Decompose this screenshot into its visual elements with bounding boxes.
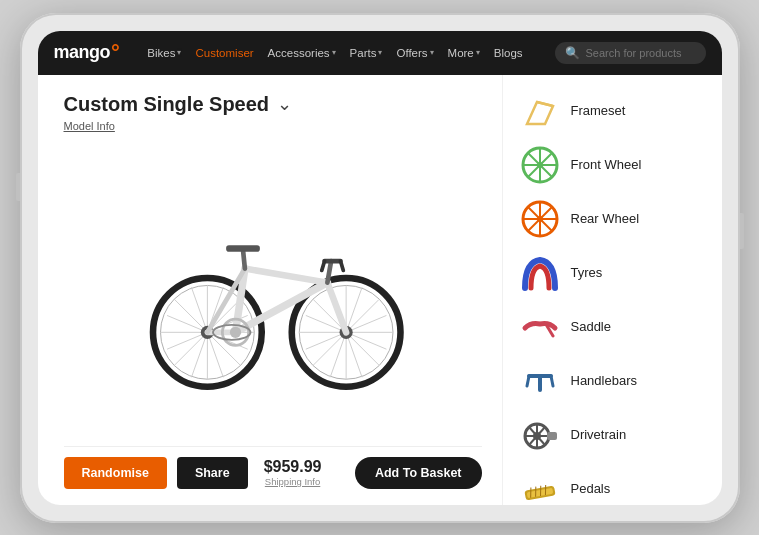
logo-accent: °	[111, 40, 119, 66]
chevron-down-icon-accessories: ▾	[332, 48, 336, 57]
handlebars-icon	[519, 360, 561, 402]
tyres-label: Tyres	[571, 265, 603, 280]
front-wheel-label: Front Wheel	[571, 157, 642, 172]
bottom-bar: Randomise Share $959.99 Shipping Info Ad…	[64, 446, 482, 489]
front-wheel-icon	[519, 144, 561, 186]
svg-line-53	[527, 376, 529, 386]
search-bar[interactable]: 🔍	[555, 42, 706, 64]
svg-rect-31	[226, 245, 260, 252]
nav-item-more[interactable]: More ▾	[442, 43, 486, 63]
search-input[interactable]	[586, 47, 696, 59]
saddle-icon	[519, 306, 561, 348]
pedals-icon	[519, 468, 561, 505]
component-item-tyres[interactable]: Tyres	[513, 247, 706, 299]
svg-line-54	[551, 376, 553, 386]
price: $959.99	[264, 458, 322, 476]
frameset-label: Frameset	[571, 103, 626, 118]
svg-line-35	[340, 261, 343, 270]
component-item-frameset[interactable]: Frameset	[513, 85, 706, 137]
svg-rect-62	[547, 432, 557, 440]
component-item-front-wheel[interactable]: Front Wheel	[513, 139, 706, 191]
svg-line-30	[243, 249, 245, 268]
nav-label-blogs: Blogs	[494, 47, 523, 59]
component-item-pedals[interactable]: Pedals	[513, 463, 706, 505]
bike-image	[123, 192, 423, 392]
svg-line-24	[235, 282, 327, 332]
nav-item-accessories[interactable]: Accessories ▾	[262, 43, 342, 63]
nav-item-bikes[interactable]: Bikes ▾	[141, 43, 187, 63]
nav-label-accessories: Accessories	[268, 47, 330, 59]
model-info-link[interactable]: Model Info	[64, 120, 482, 132]
randomise-button[interactable]: Randomise	[64, 457, 167, 489]
nav-item-blogs[interactable]: Blogs	[488, 43, 529, 63]
chevron-down-icon-more: ▾	[476, 48, 480, 57]
tablet-button-right	[740, 213, 744, 249]
tablet-frame: mango° Bikes ▾ Customiser Accessories ▾ …	[20, 13, 740, 523]
price-block: $959.99 Shipping Info	[264, 458, 322, 487]
search-icon: 🔍	[565, 46, 580, 60]
share-button[interactable]: Share	[177, 457, 248, 489]
svg-line-27	[327, 282, 346, 332]
nav-label-bikes: Bikes	[147, 47, 175, 59]
pedals-label: Pedals	[571, 481, 611, 496]
drivetrain-icon	[519, 414, 561, 456]
svg-line-34	[321, 261, 324, 270]
right-panel: Frameset Front Wheel	[502, 75, 722, 505]
tablet-button-left	[16, 173, 20, 201]
rear-wheel-icon	[519, 198, 561, 240]
nav-items: Bikes ▾ Customiser Accessories ▾ Parts ▾…	[141, 43, 540, 63]
nav-label-more: More	[448, 47, 474, 59]
left-panel: Custom Single Speed ⌄ Model Info	[38, 75, 502, 505]
handlebars-label: Handlebars	[571, 373, 638, 388]
model-title-row: Custom Single Speed ⌄	[64, 93, 482, 116]
shipping-info-link[interactable]: Shipping Info	[265, 476, 320, 487]
chevron-down-icon: ▾	[177, 48, 181, 57]
logo: mango°	[54, 40, 120, 66]
nav-label-customiser: Customiser	[195, 47, 253, 59]
logo-text: mango	[54, 42, 111, 63]
rear-wheel-label: Rear Wheel	[571, 211, 640, 226]
component-item-handlebars[interactable]: Handlebars	[513, 355, 706, 407]
component-item-saddle[interactable]: Saddle	[513, 301, 706, 353]
saddle-label: Saddle	[571, 319, 611, 334]
tyres-icon	[519, 252, 561, 294]
screen: mango° Bikes ▾ Customiser Accessories ▾ …	[38, 31, 722, 505]
main-content: Custom Single Speed ⌄ Model Info	[38, 75, 722, 505]
add-to-basket-button[interactable]: Add To Basket	[355, 457, 482, 489]
nav-item-offers[interactable]: Offers ▾	[390, 43, 439, 63]
svg-point-29	[229, 326, 240, 337]
nav-label-parts: Parts	[350, 47, 377, 59]
navbar: mango° Bikes ▾ Customiser Accessories ▾ …	[38, 31, 722, 75]
svg-line-38	[537, 102, 553, 106]
frameset-icon	[519, 90, 561, 132]
svg-line-23	[244, 268, 327, 282]
drivetrain-label: Drivetrain	[571, 427, 627, 442]
model-title: Custom Single Speed	[64, 93, 270, 116]
model-dropdown-icon[interactable]: ⌄	[277, 93, 292, 115]
chevron-down-icon-offers: ▾	[430, 48, 434, 57]
component-item-drivetrain[interactable]: Drivetrain	[513, 409, 706, 461]
component-item-rear-wheel[interactable]: Rear Wheel	[513, 193, 706, 245]
nav-label-offers: Offers	[396, 47, 427, 59]
nav-item-parts[interactable]: Parts ▾	[344, 43, 389, 63]
bike-image-area	[64, 138, 482, 446]
chevron-down-icon-parts: ▾	[378, 48, 382, 57]
nav-item-customiser[interactable]: Customiser	[189, 43, 259, 63]
